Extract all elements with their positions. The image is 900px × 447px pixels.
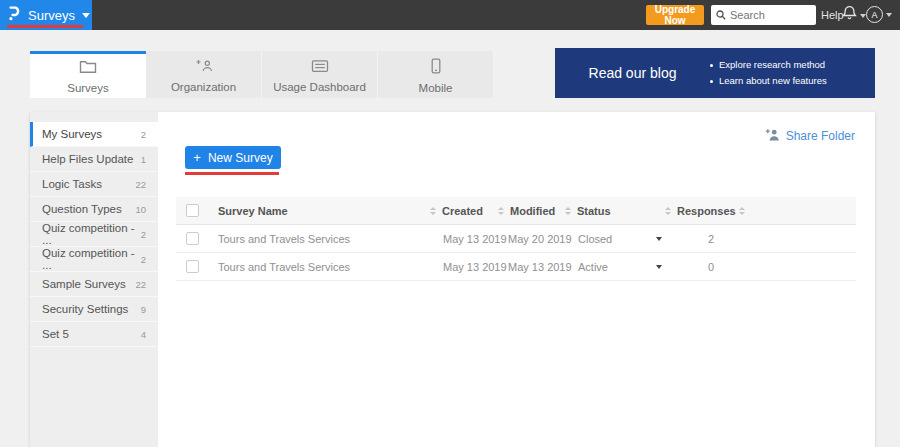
read-blog-banner[interactable]: Read our blog Explore research method Le… [555,48,875,98]
column-header-created[interactable]: Created [442,197,483,224]
sidebar-item-set-5[interactable]: Set 5 4 [30,322,158,347]
blog-bullet-text: Explore research method [719,57,825,73]
sidebar-item-help-files-update[interactable]: Help Files Update 1 [30,147,158,172]
tab-organization[interactable]: Organization [146,51,262,98]
sidebar-item-my-surveys[interactable]: My Surveys 2 [30,122,158,147]
tab-strip: Surveys Organization Usage Dashboard [30,51,494,98]
search-box[interactable] [711,5,816,25]
account-menu[interactable]: A [866,6,892,23]
tab-label: Usage Dashboard [273,81,366,93]
tab-usage-dashboard[interactable]: Usage Dashboard [262,51,378,98]
sidebar-item-count: 2 [141,254,146,265]
share-folder-label: Share Folder [786,129,855,143]
row-checkbox[interactable] [186,260,199,273]
brand-label: Surveys [28,8,75,23]
column-header-survey-name[interactable]: Survey Name [218,197,288,224]
survey-name-link[interactable]: Tours and Travels Services [218,225,350,252]
sidebar-item-label: Logic Tasks [42,178,102,190]
sidebar-item-question-types[interactable]: Question Types 10 [30,197,158,222]
responses-count: 0 [701,253,721,280]
tab-mobile[interactable]: Mobile [378,51,494,98]
share-folder-link[interactable]: Share Folder [765,128,855,144]
created-date: May 13 2019 [443,225,507,252]
table-row: Tours and Travels Services May 13 2019 M… [176,225,856,253]
table-row: Tours and Travels Services May 13 2019 M… [176,253,856,281]
sidebar-item-quiz-competition-1[interactable]: Quiz competition - ... 2 [30,222,158,247]
chevron-down-icon [82,13,90,18]
surveys-panel: Share Folder + New Survey Survey Name Cr… [158,112,875,447]
new-survey-label: New Survey [208,151,273,165]
bullet-dot [710,80,713,83]
tab-label: Organization [171,81,236,93]
sidebar-item-count: 22 [135,179,146,190]
notifications-menu[interactable] [842,5,866,26]
sidebar-item-sample-surveys[interactable]: Sample Surveys 22 [30,272,158,297]
sidebar-item-logic-tasks[interactable]: Logic Tasks 22 [30,172,158,197]
sidebar-item-label: My Surveys [42,128,102,140]
status-value: Active [578,253,608,280]
bell-icon [842,5,857,26]
annotation-underline-brand [7,25,83,28]
chevron-down-icon [886,13,892,17]
status-dropdown-caret[interactable] [656,225,662,252]
sort-icon[interactable] [565,197,571,224]
column-header-status[interactable]: Status [577,197,611,224]
status-value: Closed [578,225,612,252]
sidebar-item-count: 22 [135,279,146,290]
blog-title: Read our blog [555,65,710,81]
tab-surveys[interactable]: Surveys [30,51,146,98]
search-input[interactable] [730,9,810,21]
annotation-underline-new-survey [185,172,279,175]
blog-bullet-text: Learn about new features [719,73,827,89]
mobile-icon [431,58,441,78]
upgrade-now-button[interactable]: Upgrade Now [646,5,704,25]
sidebar-item-count: 2 [141,229,146,240]
sidebar-item-count: 9 [141,304,146,315]
sidebar-item-count: 1 [141,154,146,165]
new-survey-button[interactable]: + New Survey [185,146,281,169]
tab-label: Mobile [419,82,453,94]
modified-date: May 13 2019 [508,253,572,280]
bullet-dot [710,64,713,67]
help-link[interactable]: Help [821,9,844,21]
sidebar-item-count: 2 [141,129,146,140]
share-person-icon [765,128,780,144]
sidebar-item-label: Quiz competition - ... [42,222,141,246]
sidebar-item-label: Quiz competition - ... [42,247,141,271]
dashboard-icon [311,59,329,77]
column-header-modified[interactable]: Modified [510,197,555,224]
sidebar-item-security-settings[interactable]: Security Settings 9 [30,297,158,322]
brand-menu[interactable]: Surveys [0,0,92,30]
blog-bullets: Explore research method Learn about new … [710,57,827,89]
search-icon [716,6,726,24]
app-window: Surveys Upgrade Now Help [0,0,900,447]
tab-label: Surveys [67,82,109,94]
survey-name-link[interactable]: Tours and Travels Services [218,253,350,280]
proprofs-logo-icon [8,5,21,25]
sort-icon[interactable] [739,197,745,224]
select-all-checkbox[interactable] [186,204,199,217]
folders-sidebar: My Surveys 2 Help Files Update 1 Logic T… [30,112,158,447]
sidebar-item-quiz-competition-2[interactable]: Quiz competition - ... 2 [30,247,158,272]
status-dropdown-caret[interactable] [656,253,662,280]
row-checkbox[interactable] [186,232,199,245]
sort-icon[interactable] [665,197,671,224]
sidebar-item-count: 4 [141,329,146,340]
sort-icon[interactable] [498,197,504,224]
column-header-responses[interactable]: Responses [677,197,736,224]
table-header-row: Survey Name Created Modified Status Resp… [176,197,856,225]
content-card: My Surveys 2 Help Files Update 1 Logic T… [30,112,875,447]
sidebar-item-label: Sample Surveys [42,278,126,290]
sort-icon[interactable] [430,197,436,224]
surveys-table: Survey Name Created Modified Status Resp… [176,197,856,281]
sidebar-item-label: Question Types [42,203,122,215]
plus-icon: + [193,150,201,165]
sidebar-item-label: Set 5 [42,328,69,340]
top-bar: Surveys Upgrade Now Help [0,0,900,30]
add-people-icon [195,58,213,77]
folder-icon [79,59,97,78]
sidebar-item-count: 10 [135,204,146,215]
avatar: A [866,6,883,23]
responses-count: 2 [701,225,721,252]
created-date: May 13 2019 [443,253,507,280]
